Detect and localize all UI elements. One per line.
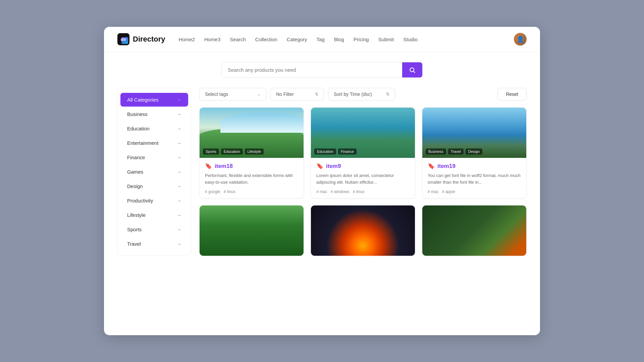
sidebar-item-all[interactable]: All Categories → bbox=[120, 93, 188, 107]
bookmark-icon: 🔖 bbox=[428, 163, 435, 170]
arrow-icon: → bbox=[177, 227, 181, 232]
arrow-icon: → bbox=[177, 155, 181, 160]
nav-item-submit[interactable]: Submit bbox=[378, 37, 394, 42]
card-hashtags: # mac # apple bbox=[428, 189, 521, 194]
no-filter-select[interactable]: No Filter ⇅ bbox=[270, 88, 324, 101]
sidebar-item-label: Education bbox=[127, 126, 150, 131]
sidebar-item-label: Entertainment bbox=[127, 140, 158, 146]
card-body: 🔖 item19 You can get font file in woff2 … bbox=[422, 158, 526, 198]
sidebar-item-label: All Categories bbox=[127, 97, 158, 103]
card-tag: Education bbox=[221, 148, 243, 155]
card-description: Lorem ipsum dolor sit amet, consectetur … bbox=[316, 172, 410, 185]
card-image: Sports Education Lifestyle bbox=[200, 108, 304, 158]
nav-item-category[interactable]: Category bbox=[287, 37, 307, 42]
card-hashtag[interactable]: # mac bbox=[316, 189, 327, 194]
avatar[interactable]: 👤 bbox=[514, 33, 527, 46]
sidebar-item-entertainment[interactable]: Entertainment → bbox=[120, 136, 188, 150]
chevron-down-icon: ⌄ bbox=[257, 92, 261, 97]
arrow-icon: → bbox=[177, 126, 181, 131]
arrow-icon: → bbox=[177, 241, 181, 247]
card-item18: Sports Education Lifestyle 🔖 item18 Perf… bbox=[199, 107, 304, 198]
card-hashtag[interactable]: # apple bbox=[442, 189, 455, 194]
sidebar-item-label: Travel bbox=[127, 241, 141, 247]
card-hashtag[interactable]: # linux bbox=[224, 189, 235, 194]
nav-item-studio[interactable]: Studio bbox=[403, 37, 418, 42]
sidebar-item-lifestyle[interactable]: Lifestyle → bbox=[120, 208, 188, 222]
bookmark-icon: 🔖 bbox=[316, 163, 323, 170]
sidebar-item-label: Games bbox=[127, 169, 143, 175]
tags-filter[interactable]: Select tags ⌄ bbox=[199, 88, 266, 101]
card-hashtags: # mac # windows # linux bbox=[316, 189, 410, 194]
card-image bbox=[422, 205, 526, 256]
card-tag: Finance bbox=[338, 148, 357, 155]
card-tag-list: Education Finance bbox=[314, 148, 357, 155]
main-layout: All Categories → Business → Education → … bbox=[104, 88, 540, 256]
sidebar-item-label: Finance bbox=[127, 155, 145, 160]
card-hashtag[interactable]: # google bbox=[205, 189, 220, 194]
card-tag: Design bbox=[466, 148, 482, 155]
nav-item-blog[interactable]: Blog bbox=[334, 37, 344, 42]
chevron-updown-icon: ⇅ bbox=[386, 92, 389, 97]
arrow-icon: → bbox=[177, 112, 181, 117]
sidebar-item-label: Sports bbox=[127, 227, 142, 232]
sidebar-item-label: Design bbox=[127, 183, 143, 189]
nav-item-pricing[interactable]: Pricing bbox=[354, 37, 369, 42]
arrow-icon: → bbox=[177, 140, 181, 146]
svg-line-1 bbox=[414, 71, 415, 73]
card-title-text: item9 bbox=[326, 163, 341, 170]
card-body: 🔖 item9 Lorem ipsum dolor sit amet, cons… bbox=[311, 158, 415, 198]
sort-select[interactable]: Sort by Time (dsc) ⇅ bbox=[328, 88, 395, 101]
no-filter-label: No Filter bbox=[276, 92, 294, 97]
sort-label: Sort by Time (dsc) bbox=[334, 92, 372, 97]
card-item19: Business Travel Design 🔖 item19 You can … bbox=[422, 107, 527, 198]
nav-item-collection[interactable]: Collection bbox=[255, 37, 277, 42]
card-tag: Education bbox=[314, 148, 336, 155]
search-input[interactable] bbox=[222, 62, 402, 77]
app-window: dir Directory Home2Home3SearchCollection… bbox=[104, 27, 540, 335]
card-image: Education Finance bbox=[311, 108, 415, 158]
sidebar-item-games[interactable]: Games → bbox=[120, 165, 188, 179]
card-image: Business Travel Design bbox=[422, 108, 526, 158]
card-body: 🔖 item18 Performant, flexible and extens… bbox=[200, 158, 304, 198]
content-area: Select tags ⌄ No Filter ⇅ Sort by Time (… bbox=[199, 88, 527, 256]
header-right: 👤 bbox=[514, 33, 527, 46]
card-tag-list: Business Travel Design bbox=[426, 148, 482, 155]
card-hashtags: # google # linux bbox=[205, 189, 298, 194]
logo-area: dir Directory bbox=[117, 33, 165, 45]
sidebar-item-productivity[interactable]: Productivity → bbox=[120, 194, 188, 207]
nav-item-home3[interactable]: Home3 bbox=[204, 37, 220, 42]
bookmark-icon: 🔖 bbox=[205, 163, 212, 170]
card-row2-3 bbox=[422, 205, 527, 256]
sidebar-item-education[interactable]: Education → bbox=[120, 122, 188, 135]
card-item9: Education Finance 🔖 item9 Lorem ipsum do… bbox=[311, 107, 415, 198]
sidebar-item-business[interactable]: Business → bbox=[120, 107, 188, 121]
sidebar-item-finance[interactable]: Finance → bbox=[120, 150, 188, 164]
card-title: 🔖 item19 bbox=[428, 163, 521, 170]
sidebar-item-travel[interactable]: Travel → bbox=[120, 237, 188, 251]
sidebar: All Categories → Business → Education → … bbox=[117, 88, 191, 256]
card-tag: Travel bbox=[448, 148, 464, 155]
app-title: Directory bbox=[133, 35, 165, 44]
card-title: 🔖 item9 bbox=[316, 163, 410, 170]
card-description: You can get font file in woff2 format, m… bbox=[428, 172, 521, 185]
search-button[interactable] bbox=[402, 62, 422, 77]
card-hashtag[interactable]: # windows bbox=[331, 189, 350, 194]
sidebar-item-design[interactable]: Design → bbox=[120, 179, 188, 193]
card-hashtag[interactable]: # linux bbox=[353, 189, 365, 194]
tags-filter-label: Select tags bbox=[205, 92, 228, 97]
card-tag: Business bbox=[426, 148, 446, 155]
nav-item-search[interactable]: Search bbox=[230, 37, 246, 42]
card-hashtag[interactable]: # mac bbox=[428, 189, 439, 194]
nav-item-tag[interactable]: Tag bbox=[317, 37, 325, 42]
search-icon bbox=[409, 67, 416, 73]
card-row2-1 bbox=[199, 205, 304, 256]
main-nav: Home2Home3SearchCollectionCategoryTagBlo… bbox=[179, 37, 514, 42]
card-row2-2 bbox=[311, 205, 415, 256]
sidebar-item-sports[interactable]: Sports → bbox=[120, 223, 188, 236]
nav-item-home2[interactable]: Home2 bbox=[179, 37, 195, 42]
reset-button[interactable]: Reset bbox=[497, 88, 527, 101]
card-title: 🔖 item18 bbox=[205, 163, 298, 170]
card-title-text: item19 bbox=[437, 163, 455, 170]
card-tag-list: Sports Education Lifestyle bbox=[203, 148, 264, 155]
arrow-icon: → bbox=[177, 97, 181, 103]
